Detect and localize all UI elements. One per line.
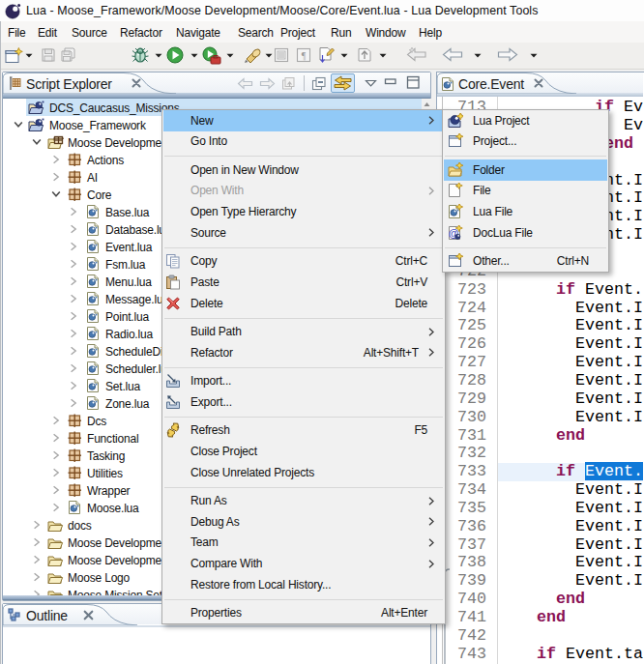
svg-text:¶: ¶ — [302, 50, 307, 61]
